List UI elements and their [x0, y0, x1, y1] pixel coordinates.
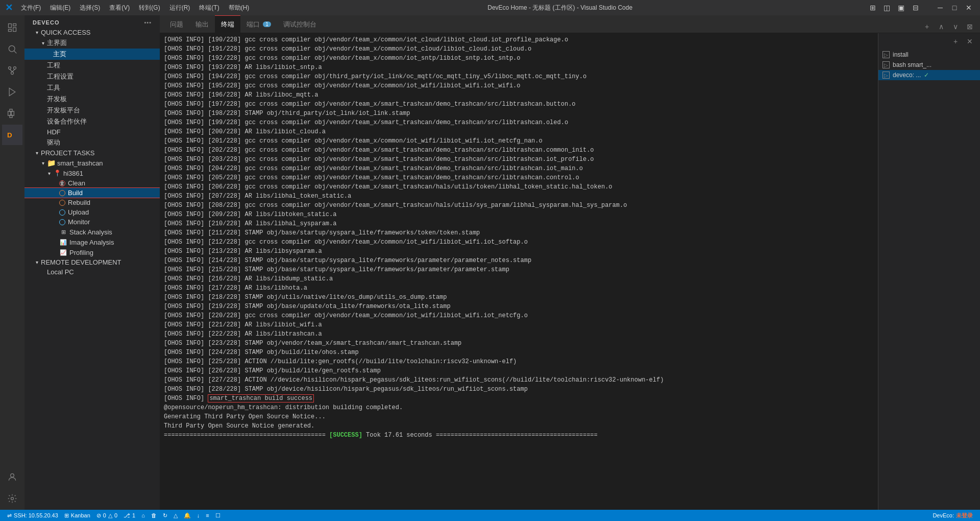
status-trash[interactable]: 🗑 — [148, 510, 160, 521]
menu-file[interactable]: 文件(F) — [17, 3, 45, 13]
panel-add-button[interactable]: + — [949, 35, 962, 48]
close-button[interactable]: ✕ — [963, 3, 975, 13]
terminal-line: [OHOS INFO] [216/228] AR libs/libdump_st… — [164, 274, 874, 283]
sidebar-item-device-partner[interactable]: 设备合作伙伴 — [24, 116, 160, 127]
terminal-line: [OHOS INFO] [227/228] ACTION //device/hi… — [164, 375, 874, 385]
task-monitor[interactable]: Monitor — [24, 217, 160, 227]
terminal-line: [OHOS INFO] [200/228] AR libs/libiot_clo… — [164, 127, 874, 136]
sidebar-item-driver[interactable]: 驱动 — [24, 137, 160, 148]
menu-help[interactable]: 帮助(H) — [225, 3, 254, 13]
status-bell[interactable]: 🔔 — [181, 510, 194, 521]
status-home[interactable]: ⌂ — [138, 510, 148, 521]
project-smart-trashcan[interactable]: ▾ 📁 smart_trashcan — [24, 158, 160, 168]
tab-terminal[interactable]: 终端 — [215, 15, 240, 33]
terminal-list-bash[interactable]: ▷ bash smart_... — [878, 60, 980, 70]
sidebar-item-tools[interactable]: 工具 — [24, 82, 160, 93]
minimize-button[interactable]: ─ — [934, 3, 946, 13]
panel-close-button[interactable]: ✕ — [964, 35, 976, 48]
errors-label: 0 — [103, 512, 106, 518]
sidebar-item-main-ui[interactable]: ▾ 主界面 — [24, 37, 160, 49]
status-monitor[interactable]: ☐ — [212, 510, 224, 521]
svg-rect-1 — [13, 24, 16, 26]
terminal-line: [OHOS INFO] [221/228] AR libs/libiot_wif… — [164, 320, 874, 329]
activity-extensions[interactable] — [2, 103, 22, 124]
menu-view[interactable]: 查看(V) — [105, 3, 134, 13]
tab-ports-badge: 1 — [263, 21, 271, 27]
status-alert[interactable]: △ — [170, 510, 181, 521]
terminal-deveco-check-icon: ✓ — [924, 72, 929, 79]
layout-btn-2[interactable]: ◫ — [881, 3, 893, 13]
task-build[interactable]: Build — [24, 188, 160, 198]
status-refresh[interactable]: ↻ — [160, 510, 170, 521]
activity-scm[interactable] — [2, 60, 22, 81]
new-terminal-button[interactable]: + — [921, 20, 933, 33]
activity-deveco[interactable]: D — [2, 125, 22, 145]
status-deveco[interactable]: DevEco: 未登录 — [929, 512, 976, 519]
terminal-content[interactable]: [OHOS INFO] [190/228] gcc cross compiler… — [160, 33, 878, 510]
sidebar-item-home[interactable]: 主页 — [24, 49, 160, 60]
activity-run[interactable] — [2, 82, 22, 102]
tab-problems[interactable]: 问题 — [164, 15, 189, 33]
split-terminal-button[interactable]: ∧ — [935, 20, 947, 33]
terminal-deveco-icon: ▷ — [883, 72, 890, 79]
status-errors[interactable]: ⊘ 0 △ 0 — [93, 510, 120, 521]
remote-dev-chevron: ▾ — [33, 259, 41, 265]
dev-board-platform-label: 开发板平台 — [47, 106, 156, 115]
svg-rect-3 — [9, 29, 12, 31]
terminal-post-line: Third Party Open Source Notice generated… — [164, 421, 874, 431]
activity-account[interactable] — [2, 467, 22, 487]
layout-btn-1[interactable]: ⊞ — [867, 3, 879, 13]
task-image-analysis[interactable]: 📊 Image Analysis — [24, 237, 160, 247]
status-ssh[interactable]: ⇌ SSH: 10.55.20.43 — [4, 510, 61, 521]
tab-ports[interactable]: 端口 1 — [240, 15, 277, 33]
task-profiling[interactable]: 📈 Profiling — [24, 247, 160, 257]
task-clean[interactable]: 🗑 Clean — [24, 178, 160, 188]
remote-dev-section[interactable]: ▾ REMOTE DEVELOPMENT — [24, 257, 160, 267]
quick-access-section[interactable]: ▾ QUICK ACCESS — [24, 28, 160, 37]
layout-btn-4[interactable]: ⊟ — [910, 3, 922, 13]
menu-run[interactable]: 运行(R) — [165, 3, 194, 13]
titlebar-menu: 文件(F) 编辑(E) 选择(S) 查看(V) 转到(G) 运行(R) 终端(T… — [17, 3, 253, 13]
sidebar-options-button[interactable]: ••• — [144, 19, 152, 26]
sidebar-item-project[interactable]: 工程 — [24, 60, 160, 71]
terminal-line: [OHOS INFO] [224/228] STAMP obj/build/li… — [164, 348, 874, 357]
sidebar-item-hdf[interactable]: HDF — [24, 127, 160, 137]
activity-explorer[interactable] — [2, 17, 22, 38]
activity-search[interactable] — [2, 39, 22, 59]
menu-select[interactable]: 选择(S) — [76, 3, 104, 13]
restore-button[interactable]: □ — [948, 3, 961, 13]
task-rebuild[interactable]: Rebuild — [24, 198, 160, 207]
terminal-collapse-button[interactable]: ∨ — [949, 20, 962, 33]
project-tasks-section[interactable]: ▾ PROJECT TASKS — [24, 148, 160, 158]
stack-analysis-icon: ⊞ — [59, 228, 67, 236]
sidebar-item-project-settings[interactable]: 工程设置 — [24, 71, 160, 82]
task-upload[interactable]: Upload — [24, 207, 160, 217]
terminal-list-install[interactable]: ▷ install — [878, 50, 980, 60]
sidebar-item-dev-board-platform[interactable]: 开发板平台 — [24, 105, 160, 116]
status-download[interactable]: ↓ — [194, 510, 203, 521]
menu-terminal[interactable]: 终端(T) — [195, 3, 223, 13]
terminal-panel-header: + ✕ — [878, 33, 980, 50]
sidebar-item-dev-board[interactable]: 开发板 — [24, 93, 160, 105]
terminal-line: [OHOS INFO] [190/228] gcc cross compiler… — [164, 35, 874, 44]
project-hi3861[interactable]: ▾ 📍 hi3861 — [24, 168, 160, 178]
status-branch[interactable]: ⎇ 1 — [120, 510, 138, 521]
image-analysis-label: Image Analysis — [69, 239, 156, 246]
tab-debug-console[interactable]: 调试控制台 — [277, 15, 323, 33]
status-kanban[interactable]: ⊞ Kanban — [61, 510, 93, 521]
menu-goto[interactable]: 转到(G) — [135, 3, 164, 13]
terminal-list-deveco[interactable]: ▷ deveco: ... ✓ — [878, 70, 980, 80]
upload-label: Upload — [68, 208, 156, 216]
menu-edit[interactable]: 编辑(E) — [46, 3, 75, 13]
activity-settings[interactable] — [2, 488, 22, 509]
task-stack-analysis[interactable]: ⊞ Stack Analysis — [24, 227, 160, 237]
terminal-line: [OHOS INFO] [191/228] gcc cross compiler… — [164, 44, 874, 54]
status-list[interactable]: ≡ — [203, 510, 212, 521]
terminal-close-button[interactable]: ⊠ — [964, 20, 976, 33]
hi3861-chevron: ▾ — [45, 171, 53, 176]
sidebar-item-local-pc[interactable]: Local PC — [24, 267, 160, 277]
terminal-area: [OHOS INFO] [190/228] gcc cross compiler… — [160, 33, 878, 510]
tab-output[interactable]: 输出 — [189, 15, 215, 33]
layout-btn-3[interactable]: ▣ — [895, 3, 908, 13]
terminal-line: [OHOS INFO] [226/228] STAMP obj/build/li… — [164, 366, 874, 375]
